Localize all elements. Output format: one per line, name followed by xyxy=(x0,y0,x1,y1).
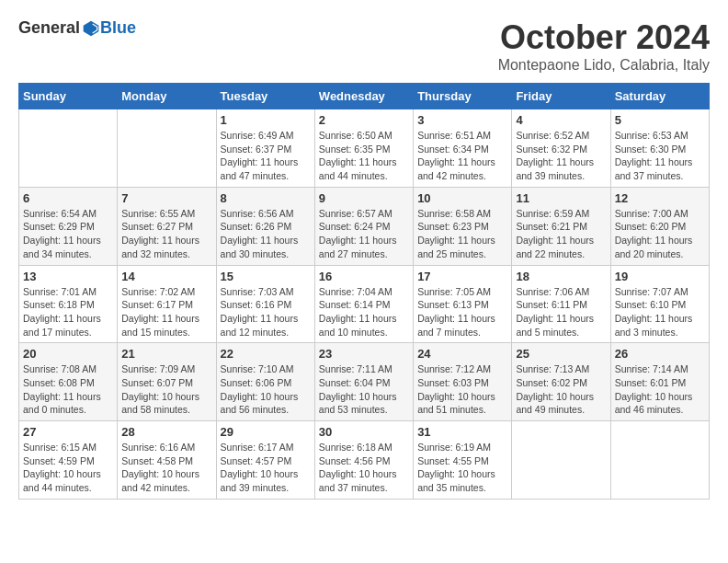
calendar-cell: 27Sunrise: 6:15 AM Sunset: 4:59 PM Dayli… xyxy=(19,421,118,500)
day-number: 8 xyxy=(221,191,311,205)
calendar-cell: 24Sunrise: 7:12 AM Sunset: 6:03 PM Dayli… xyxy=(414,343,512,421)
day-info: Sunrise: 7:01 AM Sunset: 6:18 PM Dayligh… xyxy=(23,285,113,339)
day-number: 23 xyxy=(319,347,409,361)
calendar-cell: 11Sunrise: 6:59 AM Sunset: 6:21 PM Dayli… xyxy=(512,187,610,265)
day-number: 13 xyxy=(23,270,113,283)
day-info: Sunrise: 6:56 AM Sunset: 6:26 PM Dayligh… xyxy=(221,207,311,261)
calendar-week-row: 20Sunrise: 7:08 AM Sunset: 6:08 PM Dayli… xyxy=(19,343,710,421)
day-number: 30 xyxy=(319,425,409,439)
page-header: General Blue October 2024 Montepaone Lid… xyxy=(18,18,710,74)
day-info: Sunrise: 7:06 AM Sunset: 6:11 PM Dayligh… xyxy=(516,285,606,339)
calendar-cell: 4Sunrise: 6:52 AM Sunset: 6:32 PM Daylig… xyxy=(512,109,610,188)
calendar-header-tuesday: Tuesday xyxy=(216,84,314,109)
day-info: Sunrise: 7:00 AM Sunset: 6:20 PM Dayligh… xyxy=(615,207,705,261)
day-number: 3 xyxy=(417,113,507,127)
calendar-week-row: 6Sunrise: 6:54 AM Sunset: 6:29 PM Daylig… xyxy=(19,187,710,265)
calendar-cell: 22Sunrise: 7:10 AM Sunset: 6:06 PM Dayli… xyxy=(216,343,314,421)
month-title: October 2024 xyxy=(498,18,710,57)
calendar-cell: 26Sunrise: 7:14 AM Sunset: 6:01 PM Dayli… xyxy=(610,343,709,421)
day-number: 24 xyxy=(417,347,507,361)
logo-general-text: General xyxy=(18,18,80,38)
calendar-cell: 1Sunrise: 6:49 AM Sunset: 6:37 PM Daylig… xyxy=(216,109,314,188)
calendar-table: SundayMondayTuesdayWednesdayThursdayFrid… xyxy=(18,83,710,500)
calendar-cell: 12Sunrise: 7:00 AM Sunset: 6:20 PM Dayli… xyxy=(610,187,709,265)
day-number: 6 xyxy=(23,191,113,205)
day-info: Sunrise: 6:55 AM Sunset: 6:27 PM Dayligh… xyxy=(121,207,211,261)
day-number: 25 xyxy=(516,347,606,361)
logo-icon xyxy=(82,19,100,38)
day-number: 5 xyxy=(615,113,705,127)
calendar-cell: 9Sunrise: 6:57 AM Sunset: 6:24 PM Daylig… xyxy=(314,187,413,265)
day-info: Sunrise: 6:16 AM Sunset: 4:58 PM Dayligh… xyxy=(121,441,211,495)
day-number: 27 xyxy=(23,425,113,439)
calendar-cell: 21Sunrise: 7:09 AM Sunset: 6:07 PM Dayli… xyxy=(118,343,216,421)
day-info: Sunrise: 7:12 AM Sunset: 6:03 PM Dayligh… xyxy=(417,362,507,417)
calendar-cell xyxy=(512,421,610,500)
calendar-cell: 23Sunrise: 7:11 AM Sunset: 6:04 PM Dayli… xyxy=(314,343,413,421)
calendar-cell: 5Sunrise: 6:53 AM Sunset: 6:30 PM Daylig… xyxy=(610,109,709,188)
calendar-cell: 30Sunrise: 6:18 AM Sunset: 4:56 PM Dayli… xyxy=(314,421,413,500)
day-info: Sunrise: 6:53 AM Sunset: 6:30 PM Dayligh… xyxy=(615,129,705,183)
calendar-cell: 6Sunrise: 6:54 AM Sunset: 6:29 PM Daylig… xyxy=(19,187,118,265)
logo: General Blue xyxy=(18,18,136,38)
calendar-cell: 20Sunrise: 7:08 AM Sunset: 6:08 PM Dayli… xyxy=(19,343,118,421)
day-info: Sunrise: 6:52 AM Sunset: 6:32 PM Dayligh… xyxy=(516,129,606,183)
day-info: Sunrise: 6:59 AM Sunset: 6:21 PM Dayligh… xyxy=(516,207,606,261)
calendar-cell xyxy=(19,109,118,188)
day-info: Sunrise: 6:54 AM Sunset: 6:29 PM Dayligh… xyxy=(23,207,113,261)
calendar-cell: 31Sunrise: 6:19 AM Sunset: 4:55 PM Dayli… xyxy=(414,421,512,500)
day-info: Sunrise: 7:11 AM Sunset: 6:04 PM Dayligh… xyxy=(319,362,409,417)
calendar-cell: 17Sunrise: 7:05 AM Sunset: 6:13 PM Dayli… xyxy=(414,265,512,343)
day-number: 31 xyxy=(417,425,507,439)
location-text: Montepaone Lido, Calabria, Italy xyxy=(498,57,710,74)
logo-blue-text: Blue xyxy=(100,18,136,38)
day-info: Sunrise: 6:19 AM Sunset: 4:55 PM Dayligh… xyxy=(417,441,507,495)
calendar-header-monday: Monday xyxy=(118,84,216,109)
day-number: 1 xyxy=(221,113,311,127)
day-number: 20 xyxy=(23,347,113,361)
day-number: 7 xyxy=(121,191,211,205)
day-number: 19 xyxy=(615,270,705,283)
day-number: 14 xyxy=(121,270,211,283)
calendar-header-thursday: Thursday xyxy=(414,84,512,109)
calendar-cell xyxy=(118,109,216,188)
day-info: Sunrise: 7:14 AM Sunset: 6:01 PM Dayligh… xyxy=(615,362,705,417)
calendar-cell: 13Sunrise: 7:01 AM Sunset: 6:18 PM Dayli… xyxy=(19,265,118,343)
calendar-cell: 8Sunrise: 6:56 AM Sunset: 6:26 PM Daylig… xyxy=(216,187,314,265)
calendar-header-friday: Friday xyxy=(512,84,610,109)
day-number: 17 xyxy=(417,270,507,283)
day-number: 9 xyxy=(319,191,409,205)
day-info: Sunrise: 7:04 AM Sunset: 6:14 PM Dayligh… xyxy=(319,285,409,339)
title-block: October 2024 Montepaone Lido, Calabria, … xyxy=(498,18,710,74)
calendar-cell: 7Sunrise: 6:55 AM Sunset: 6:27 PM Daylig… xyxy=(118,187,216,265)
calendar-cell: 10Sunrise: 6:58 AM Sunset: 6:23 PM Dayli… xyxy=(414,187,512,265)
calendar-week-row: 13Sunrise: 7:01 AM Sunset: 6:18 PM Dayli… xyxy=(19,265,710,343)
day-info: Sunrise: 6:17 AM Sunset: 4:57 PM Dayligh… xyxy=(221,441,311,495)
calendar-header-saturday: Saturday xyxy=(610,84,709,109)
day-number: 10 xyxy=(417,191,507,205)
day-info: Sunrise: 6:15 AM Sunset: 4:59 PM Dayligh… xyxy=(23,441,113,495)
day-info: Sunrise: 6:57 AM Sunset: 6:24 PM Dayligh… xyxy=(319,207,409,261)
calendar-cell: 28Sunrise: 6:16 AM Sunset: 4:58 PM Dayli… xyxy=(118,421,216,500)
calendar-header-row: SundayMondayTuesdayWednesdayThursdayFrid… xyxy=(19,84,710,109)
calendar-cell: 15Sunrise: 7:03 AM Sunset: 6:16 PM Dayli… xyxy=(216,265,314,343)
calendar-header-wednesday: Wednesday xyxy=(314,84,413,109)
calendar-cell: 2Sunrise: 6:50 AM Sunset: 6:35 PM Daylig… xyxy=(314,109,413,188)
day-number: 15 xyxy=(221,270,311,283)
calendar-cell: 19Sunrise: 7:07 AM Sunset: 6:10 PM Dayli… xyxy=(610,265,709,343)
day-info: Sunrise: 7:09 AM Sunset: 6:07 PM Dayligh… xyxy=(121,362,211,417)
day-number: 11 xyxy=(516,191,606,205)
calendar-cell: 3Sunrise: 6:51 AM Sunset: 6:34 PM Daylig… xyxy=(414,109,512,188)
day-info: Sunrise: 6:49 AM Sunset: 6:37 PM Dayligh… xyxy=(221,129,311,183)
day-info: Sunrise: 7:08 AM Sunset: 6:08 PM Dayligh… xyxy=(23,362,113,417)
day-number: 22 xyxy=(221,347,311,361)
day-info: Sunrise: 7:02 AM Sunset: 6:17 PM Dayligh… xyxy=(121,285,211,339)
day-info: Sunrise: 6:18 AM Sunset: 4:56 PM Dayligh… xyxy=(319,441,409,495)
day-info: Sunrise: 6:58 AM Sunset: 6:23 PM Dayligh… xyxy=(417,207,507,261)
day-number: 28 xyxy=(121,425,211,439)
day-number: 21 xyxy=(121,347,211,361)
calendar-week-row: 1Sunrise: 6:49 AM Sunset: 6:37 PM Daylig… xyxy=(19,109,710,188)
day-number: 18 xyxy=(516,270,606,283)
day-number: 4 xyxy=(516,113,606,127)
calendar-cell: 16Sunrise: 7:04 AM Sunset: 6:14 PM Dayli… xyxy=(314,265,413,343)
